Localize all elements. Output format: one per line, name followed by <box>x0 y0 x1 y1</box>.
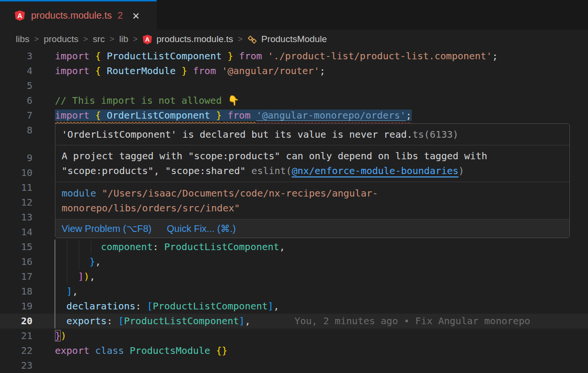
code-token <box>55 300 66 312</box>
hover-message-eslint: A project tagged with "scope:products" c… <box>55 145 569 182</box>
code-token: { <box>95 50 107 62</box>
breadcrumb-label: products <box>43 34 78 44</box>
code-line-19[interactable]: 19 declarations: [ProductListComponent], <box>0 299 588 314</box>
code-line-17[interactable]: 17 ]), <box>0 269 588 284</box>
code-token: import <box>55 50 95 62</box>
hover-text: 'OrderListComponent' is declared but its… <box>62 127 413 142</box>
code-token: ] <box>66 285 72 297</box>
code-token: ] <box>268 300 274 312</box>
code-line-3[interactable]: 3import { ProductListComponent } from '.… <box>0 49 588 64</box>
line-number: 23 <box>0 358 32 373</box>
line-number: 7 <box>0 108 32 123</box>
code-text: import { ProductListComponent } from './… <box>55 49 498 64</box>
line-number: 21 <box>0 329 32 343</box>
chevron-right-icon: > <box>34 34 39 44</box>
view-problem-link[interactable]: View Problem (⌥F8) <box>62 223 151 234</box>
angular-icon: A <box>142 34 152 44</box>
code-line-23[interactable]: 23 <box>0 358 588 373</box>
code-token: } <box>210 110 222 121</box>
line-number: 6 <box>0 93 32 108</box>
problems-count-badge: 2 <box>118 10 123 21</box>
hover-text: ts(6133) <box>413 127 459 142</box>
code-text: }) <box>55 329 66 343</box>
eslint-rule-link[interactable]: @nx/enforce-module-boundaries <box>292 165 459 176</box>
code-token: exports <box>66 315 107 327</box>
code-token: , <box>279 241 285 252</box>
code-line-18[interactable]: 18 ], <box>0 284 588 299</box>
code-token: 👇 <box>227 95 239 106</box>
line-number: 14 <box>0 225 32 240</box>
breadcrumb-item-src[interactable]: src <box>93 34 105 44</box>
code-token: : <box>153 241 164 252</box>
code-token: { <box>95 110 107 121</box>
code-token: import <box>55 65 95 77</box>
tab-products-module[interactable]: A products.module.ts 2 × <box>0 0 157 30</box>
hover-text: "/Users/isaac/Documents/code/nx-recipes/… <box>62 187 378 214</box>
hover-text: eslint( <box>251 165 291 176</box>
code-token: , <box>245 315 250 327</box>
code-line-5[interactable]: 5 <box>0 78 588 93</box>
breadcrumb-item-lib[interactable]: lib <box>119 34 128 44</box>
code-token: // This import is not allowed <box>55 95 227 106</box>
active-indent-guide <box>54 240 55 329</box>
tab-title: products.module.ts <box>31 10 112 21</box>
code-token: from <box>187 65 222 77</box>
code-line-6[interactable]: 6// This import is not allowed 👇 <box>0 93 588 108</box>
hover-text: ) <box>459 165 464 176</box>
breadcrumb-item-products[interactable]: products <box>43 34 78 44</box>
line-number: 3 <box>0 49 32 64</box>
code-token: } <box>55 330 61 341</box>
code-token: declarations <box>66 300 136 312</box>
code-line-15[interactable]: 15 component: ProductListComponent, <box>0 240 588 254</box>
code-token: ) <box>61 330 66 341</box>
close-icon[interactable]: × <box>132 10 139 22</box>
chevron-right-icon: > <box>83 34 88 44</box>
code-token: ] <box>78 271 84 282</box>
code-token: } <box>89 256 95 267</box>
code-line-20[interactable]: 20 exports: [ProductListComponent],You, … <box>0 314 588 329</box>
code-token: export <box>55 345 95 356</box>
code-line-4[interactable]: 4import { RouterModule } from '@angular/… <box>0 64 588 78</box>
code-token <box>55 285 66 297</box>
code-line-7[interactable]: 7import { OrderListComponent } from '@an… <box>0 108 588 123</box>
code-editor[interactable]: 3import { ProductListComponent } from '.… <box>0 49 588 373</box>
hover-actions: View Problem (⌥F8)Quick Fix... (⌘.) <box>55 219 569 238</box>
code-line-21[interactable]: 21}) <box>0 329 588 343</box>
breadcrumb-item-productsmodule[interactable]: ProductsModule <box>247 34 327 44</box>
code-text: // This import is not allowed 👇 <box>55 93 239 108</box>
line-number: 12 <box>0 195 32 210</box>
quick-fix-link[interactable]: Quick Fix... (⌘.) <box>167 223 235 234</box>
line-number: 8 <box>0 123 32 138</box>
code-text: exports: [ProductListComponent], <box>55 314 250 329</box>
code-token: ProductsModule <box>130 345 216 356</box>
breadcrumb-item-libs[interactable]: libs <box>16 34 30 44</box>
code-token: from <box>233 50 267 62</box>
indent-guide <box>79 240 79 269</box>
code-token: from <box>222 110 256 121</box>
code-token: , <box>89 271 95 282</box>
code-token: class <box>95 345 129 356</box>
code-token: , <box>274 300 279 312</box>
breadcrumb-label: ProductsModule <box>261 34 327 44</box>
svg-text:A: A <box>145 36 150 43</box>
indent-guide <box>67 240 67 284</box>
code-token: : <box>107 315 118 327</box>
code-token: '@angular-monorepo/orders' <box>256 110 406 121</box>
code-line-16[interactable]: 16 }, <box>0 254 588 269</box>
code-text: import { OrderListComponent } from '@ang… <box>55 108 412 123</box>
code-token: RouterModule <box>107 65 176 77</box>
code-token: {} <box>216 345 227 356</box>
line-number: 22 <box>0 343 32 358</box>
code-text: declarations: [ProductListComponent], <box>55 299 279 314</box>
chevron-right-icon: > <box>133 34 138 44</box>
breadcrumb-item-products-module-ts[interactable]: Aproducts.module.ts <box>142 34 233 44</box>
breadcrumb: libs>products>src>lib>Aproducts.module.t… <box>0 30 588 49</box>
code-token: ProductListComponent <box>153 300 268 312</box>
line-number: 20 <box>0 314 32 329</box>
breadcrumb-label: src <box>93 34 105 44</box>
code-line-22[interactable]: 22export class ProductsModule {} <box>0 343 588 358</box>
code-text: import { RouterModule } from '@angular/r… <box>55 64 325 78</box>
highlighted-error-range: import { OrderListComponent } from '@ang… <box>55 110 412 121</box>
line-number: 9 <box>0 151 32 165</box>
code-token: ProductListComponent <box>107 50 222 62</box>
